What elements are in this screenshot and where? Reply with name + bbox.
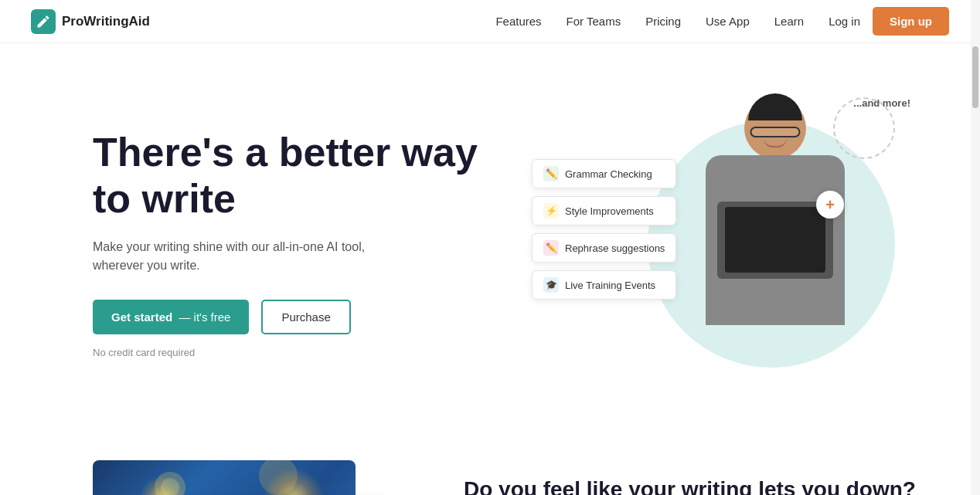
scrollbar[interactable] xyxy=(971,0,980,495)
page-wrapper: ProWritingAid Features For Teams Pricing… xyxy=(0,0,980,495)
laptop-screen xyxy=(725,207,825,273)
login-button[interactable]: Log in xyxy=(829,15,860,28)
section-two: My idea in my head Do you feel like your… xyxy=(0,429,980,495)
training-icon: 🎓 xyxy=(543,277,559,293)
nav-link-pricing[interactable]: Pricing xyxy=(645,15,681,28)
section-two-content: Do you feel like your writing lets you d… xyxy=(464,460,918,495)
brand-name: ProWritingAid xyxy=(62,14,150,29)
hero-illustration: ...and more! + xyxy=(532,90,918,398)
rephrase-icon: ✏️ xyxy=(543,240,559,256)
nav-link-for-teams[interactable]: For Teams xyxy=(567,15,621,28)
and-more-badge: ...and more! xyxy=(853,97,910,109)
nav-link-learn[interactable]: Learn xyxy=(774,15,804,28)
purchase-button[interactable]: Purchase xyxy=(261,300,350,334)
grammar-icon: ✏️ xyxy=(543,166,559,181)
scrollbar-thumb[interactable] xyxy=(972,46,978,108)
style-label: Style Improvements xyxy=(565,205,654,217)
section-two-title: Do you feel like your writing lets you d… xyxy=(464,476,918,495)
navbar-actions: Log in Sign up xyxy=(829,7,949,36)
navbar-nav: Features For Teams Pricing Use App Learn xyxy=(495,15,804,29)
hero-subtitle: Make your writing shine with our all-in-… xyxy=(93,238,386,275)
navbar: ProWritingAid Features For Teams Pricing… xyxy=(0,0,980,43)
hero-title: There's a better way to write xyxy=(93,130,479,222)
nav-item-for-teams[interactable]: For Teams xyxy=(567,15,621,29)
starry-night-svg xyxy=(93,460,356,495)
grammar-label: Grammar Checking xyxy=(565,168,652,180)
person-body: + xyxy=(706,155,845,325)
rephrase-label: Rephrase suggestions xyxy=(565,242,665,254)
nav-item-use-app[interactable]: Use App xyxy=(706,15,750,29)
person-glasses xyxy=(750,127,801,137)
painting-background xyxy=(93,460,356,495)
get-started-label: Get started xyxy=(111,310,172,324)
hero-text: There's a better way to write Make your … xyxy=(93,130,479,358)
painting-stack: My idea in my head xyxy=(93,460,386,495)
brand-link[interactable]: ProWritingAid xyxy=(31,9,150,34)
svg-point-2 xyxy=(259,460,298,495)
person-smile xyxy=(764,138,787,147)
brand-logo xyxy=(31,9,56,34)
nav-item-features[interactable]: Features xyxy=(495,15,541,29)
feature-pill-rephrase: ✏️ Rephrase suggestions xyxy=(532,233,676,263)
section-two-images: My idea in my head xyxy=(93,460,417,495)
hero-section: There's a better way to write Make your … xyxy=(0,43,980,429)
hero-disclaimer: No credit card required xyxy=(93,347,479,358)
signup-button[interactable]: Sign up xyxy=(873,7,949,36)
hero-buttons: Get started — it's free Purchase xyxy=(93,300,479,334)
nav-link-features[interactable]: Features xyxy=(495,15,541,28)
nav-item-learn[interactable]: Learn xyxy=(774,15,804,29)
feature-pill-training: 🎓 Live Training Events xyxy=(532,270,676,300)
feature-pill-grammar: ✏️ Grammar Checking xyxy=(532,159,676,188)
training-label: Live Training Events xyxy=(565,280,655,291)
nav-link-use-app[interactable]: Use App xyxy=(706,15,750,28)
person-head xyxy=(744,97,806,159)
style-icon: ⚡ xyxy=(543,203,559,219)
get-started-suffix: — it's free xyxy=(179,310,230,324)
person-hair xyxy=(748,93,802,120)
plus-badge: + xyxy=(816,191,844,219)
brand-logo-icon xyxy=(36,14,51,29)
get-started-button[interactable]: Get started — it's free xyxy=(93,300,249,334)
feature-pills: ✏️ Grammar Checking ⚡ Style Improvements… xyxy=(532,159,676,300)
person-laptop: + xyxy=(717,202,833,279)
feature-pill-style: ⚡ Style Improvements xyxy=(532,196,676,225)
nav-item-pricing[interactable]: Pricing xyxy=(645,15,681,29)
